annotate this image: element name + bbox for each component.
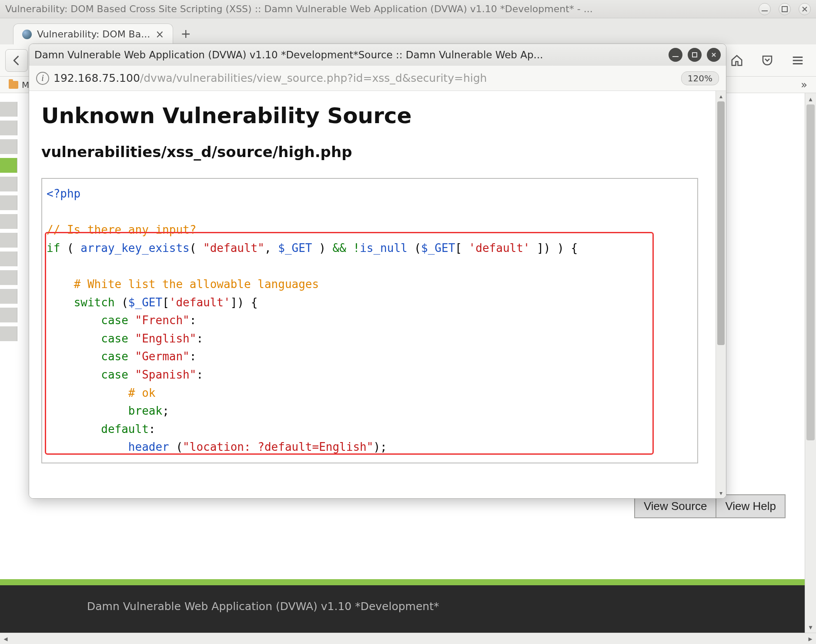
sidebar-item[interactable] <box>0 121 17 135</box>
page-subheading: vulnerabilities/xss_d/source/high.php <box>41 143 709 161</box>
sidebar-item[interactable] <box>0 177 17 191</box>
view-help-button[interactable]: View Help <box>716 494 786 518</box>
maximize-button[interactable] <box>779 3 791 15</box>
tab-label: Vulnerability: DOM Ba... <box>37 29 150 40</box>
bookmarks-overflow-icon[interactable]: » <box>801 79 807 91</box>
sidebar-item[interactable] <box>0 214 17 229</box>
source-popup-window: Damn Vulnerable Web Application (DVWA) v… <box>29 44 726 499</box>
os-window-title: Vulnerability: DOM Based Cross Site Scri… <box>5 3 759 14</box>
back-button[interactable] <box>5 49 28 72</box>
bookmark-item[interactable]: M <box>22 80 29 90</box>
sidebar-item[interactable] <box>0 289 17 304</box>
pocket-button[interactable] <box>757 50 778 71</box>
home-button[interactable] <box>726 50 747 71</box>
popup-minimize-button[interactable] <box>669 48 682 62</box>
dvwa-accent-bar <box>0 579 816 585</box>
svg-rect-3 <box>692 53 697 57</box>
svg-rect-2 <box>672 56 679 57</box>
popup-content: Unknown Vulnerability Source vulnerabili… <box>29 91 726 498</box>
sidebar-item[interactable] <box>0 139 17 154</box>
folder-icon <box>9 81 18 89</box>
url-path: /dvwa/vulnerabilities/view_source.php?id… <box>140 72 487 84</box>
os-window-controls <box>759 3 811 15</box>
menu-button[interactable] <box>787 50 808 71</box>
sidebar-item[interactable] <box>0 233 17 248</box>
sidebar-item[interactable] <box>0 102 17 117</box>
sidebar-item[interactable] <box>0 326 17 341</box>
zoom-level-badge[interactable]: 120% <box>681 71 719 85</box>
popup-addressbar: i 192.168.75.100/dvwa/vulnerabilities/vi… <box>29 66 726 91</box>
sidebar-item[interactable] <box>0 308 17 322</box>
sidebar-item-active[interactable] <box>0 158 17 173</box>
popup-title: Damn Vulnerable Web Application (DVWA) v… <box>34 49 663 60</box>
os-titlebar: Vulnerability: DOM Based Cross Site Scri… <box>0 0 816 18</box>
minimize-button[interactable] <box>759 3 771 15</box>
browser-tab[interactable]: Vulnerability: DOM Ba... × <box>13 23 173 44</box>
svg-rect-1 <box>782 7 787 12</box>
page-heading: Unknown Vulnerability Source <box>41 103 709 128</box>
popup-url[interactable]: 192.168.75.100/dvwa/vulnerabilities/view… <box>54 72 677 84</box>
sidebar-item[interactable] <box>0 195 17 210</box>
popup-vertical-scrollbar[interactable]: ▴ ▾ <box>716 91 726 498</box>
browser-tabstrip: Vulnerability: DOM Ba... × + <box>0 18 816 44</box>
svg-rect-0 <box>762 10 768 11</box>
source-code-box: <?php // Is there any input? if ( array_… <box>41 178 698 463</box>
popup-titlebar: Damn Vulnerable Web Application (DVWA) v… <box>29 44 726 66</box>
tab-close-icon[interactable]: × <box>155 28 164 40</box>
dvwa-footer: Damn Vulnerable Web Application (DVWA) v… <box>0 585 816 633</box>
close-button[interactable] <box>799 3 811 15</box>
popup-maximize-button[interactable] <box>688 48 702 62</box>
page-horizontal-scrollbar[interactable]: ◂ ▸ <box>0 633 816 644</box>
tab-favicon-icon <box>22 30 32 39</box>
url-host: 192.168.75.100 <box>54 72 140 84</box>
dvwa-sidebar <box>0 93 17 579</box>
site-info-icon[interactable]: i <box>36 72 49 85</box>
sidebar-item[interactable] <box>0 270 17 285</box>
sidebar-item[interactable] <box>0 252 17 266</box>
page-vertical-scrollbar[interactable]: ▴ ▾ <box>805 93 816 633</box>
new-tab-button[interactable]: + <box>179 27 192 40</box>
popup-close-button[interactable] <box>707 48 721 62</box>
